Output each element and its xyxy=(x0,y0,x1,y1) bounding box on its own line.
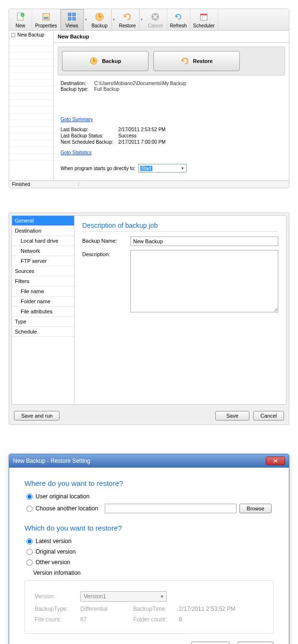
save-run-button[interactable]: Save and run xyxy=(14,411,60,421)
browse-button[interactable]: Browse xyxy=(239,504,272,513)
goto-row: When program starts go directly to: Star… xyxy=(54,159,289,180)
status-label: Last Backup Status: xyxy=(61,133,118,138)
radio-other-version[interactable] xyxy=(26,559,33,566)
nav-fileattr[interactable]: File attributes xyxy=(12,307,74,317)
chevron-down-icon: ▼ xyxy=(181,166,185,171)
version-select[interactable]: Version1 ▾ xyxy=(80,591,167,602)
restore-title: New Backup - Restore Setting xyxy=(13,458,90,464)
status-text: Finished xyxy=(12,182,79,187)
action-box: Backup Restore xyxy=(58,47,285,75)
goto-summary-link[interactable]: Goto Summary xyxy=(61,117,93,122)
radio-original-version-label: Original version xyxy=(36,548,75,555)
main-window: + New Properties Views ▾ Backup ▾ Restor… xyxy=(9,9,289,188)
views-label: Views xyxy=(65,23,78,28)
new-icon: + xyxy=(15,12,26,22)
tree-item-label: New Backup xyxy=(17,32,44,37)
dest-value: C:\Users\Mobiano2\Documents\My Backup xyxy=(94,81,186,86)
big-backup-label: Backup xyxy=(102,58,121,64)
nav-destination[interactable]: Destination xyxy=(12,226,74,236)
last-backup-label: Last Backup: xyxy=(61,127,118,132)
goto-combo[interactable]: Start ▼ xyxy=(138,164,186,173)
pane-title: New Backup xyxy=(54,31,289,43)
info-block: Destination:C:\Users\Mobiano2\Documents\… xyxy=(54,79,289,93)
properties-button[interactable]: Properties xyxy=(32,9,61,30)
backup-label: Backup xyxy=(91,23,107,28)
description-input[interactable] xyxy=(130,250,278,312)
next-label: Next Scheduled Backup: xyxy=(61,139,118,145)
nav-type[interactable]: Type xyxy=(12,317,74,327)
config-dialog: General Destination Local hard drive Net… xyxy=(9,212,289,425)
views-dropdown[interactable]: ▾ xyxy=(84,9,88,30)
restore-footer: Restore Cancel xyxy=(25,642,273,644)
dest-label: Destination: xyxy=(61,81,94,86)
content-pane: New Backup Backup Restore Destination:C:… xyxy=(54,31,289,180)
nav-network[interactable]: Network xyxy=(12,246,74,256)
restore-cancel-button[interactable]: Cancel xyxy=(237,642,273,644)
nav-sources[interactable]: Sources xyxy=(12,266,74,276)
summary-block: Goto Summary Last Backup:2/17/2011 2:53:… xyxy=(54,111,289,159)
config-footer: Save and run Save Cancel xyxy=(9,407,289,424)
restore-dialog: New Backup - Restore Setting Where do yo… xyxy=(9,454,289,644)
goto-value: Start xyxy=(140,166,152,171)
tree-item[interactable]: New Backup xyxy=(9,31,53,39)
nav-schedule[interactable]: Schedule xyxy=(12,327,74,337)
type-label: Backup type: xyxy=(61,87,94,92)
refresh-icon xyxy=(173,12,184,22)
location-input[interactable] xyxy=(105,504,236,513)
goto-stats-link[interactable]: Goto Statistics xyxy=(61,150,91,155)
scheduler-icon xyxy=(199,12,209,22)
config-nav: General Destination Local hard drive Net… xyxy=(12,216,74,404)
restore-label: Restore xyxy=(119,23,136,28)
restore-button[interactable]: Restore xyxy=(116,9,139,30)
views-button[interactable]: Views xyxy=(61,9,84,30)
backup-name-input[interactable] xyxy=(130,236,278,246)
scheduler-button[interactable]: Scheduler xyxy=(190,9,218,30)
properties-icon xyxy=(41,12,51,22)
properties-label: Properties xyxy=(35,23,57,28)
next-value: 2/17/2011 7:00:00 PM xyxy=(118,139,165,145)
nav-filters[interactable]: Filters xyxy=(12,276,74,286)
foldcount-value: 9 xyxy=(179,616,182,623)
fcount-value: 87 xyxy=(80,616,128,623)
version-label: Version: xyxy=(35,593,75,600)
radio-original-location[interactable] xyxy=(26,494,33,500)
restore-icon xyxy=(122,12,133,22)
backup-button[interactable]: Backup xyxy=(88,9,112,30)
save-button[interactable]: Save xyxy=(215,411,249,421)
refresh-button[interactable]: Refresh xyxy=(167,9,190,30)
cancel-icon xyxy=(150,12,161,22)
nav-filename[interactable]: File name xyxy=(12,286,74,297)
clock-icon xyxy=(94,12,105,22)
scheduler-label: Scheduler xyxy=(193,23,215,28)
status-value: Success xyxy=(118,133,137,138)
big-restore-button[interactable]: Restore xyxy=(153,51,240,71)
version-fieldset: Version: Version1 ▾ BackupType: Differen… xyxy=(25,580,273,634)
radio-another-location[interactable] xyxy=(26,506,33,512)
config-content: Description of backup job Backup Name: D… xyxy=(74,216,286,404)
last-backup-value: 2/17/2011 2:53:52 PM xyxy=(118,127,165,132)
nav-foldername[interactable]: Folder name xyxy=(12,297,74,307)
version-value: Version1 xyxy=(84,593,106,600)
views-icon xyxy=(67,12,77,22)
cancel-button: Cancel xyxy=(144,9,167,30)
big-backup-button[interactable]: Backup xyxy=(62,51,149,71)
svg-rect-8 xyxy=(73,17,75,20)
close-button[interactable] xyxy=(266,457,285,465)
restore-titlebar: New Backup - Restore Setting xyxy=(9,454,289,468)
cancel-button[interactable]: Cancel xyxy=(253,411,284,421)
svg-rect-5 xyxy=(68,13,71,16)
nav-general[interactable]: General xyxy=(12,216,74,226)
restore-action-button[interactable]: Restore xyxy=(191,642,230,644)
nav-local[interactable]: Local hard drive xyxy=(12,236,74,246)
big-restore-label: Restore xyxy=(193,58,213,64)
radio-latest[interactable] xyxy=(26,538,33,545)
tree-pane: New Backup xyxy=(9,31,54,180)
radio-original-version[interactable] xyxy=(26,549,33,555)
which-title: Which do you want to restore? xyxy=(25,524,273,532)
backup-dropdown[interactable]: ▾ xyxy=(112,9,116,30)
nav-ftp[interactable]: FTP server xyxy=(12,256,74,266)
new-button[interactable]: + New xyxy=(9,9,32,30)
restore-dropdown[interactable]: ▾ xyxy=(139,9,144,30)
version-info-label: Version infomation xyxy=(33,570,273,576)
btype-value: Differential xyxy=(80,606,128,612)
